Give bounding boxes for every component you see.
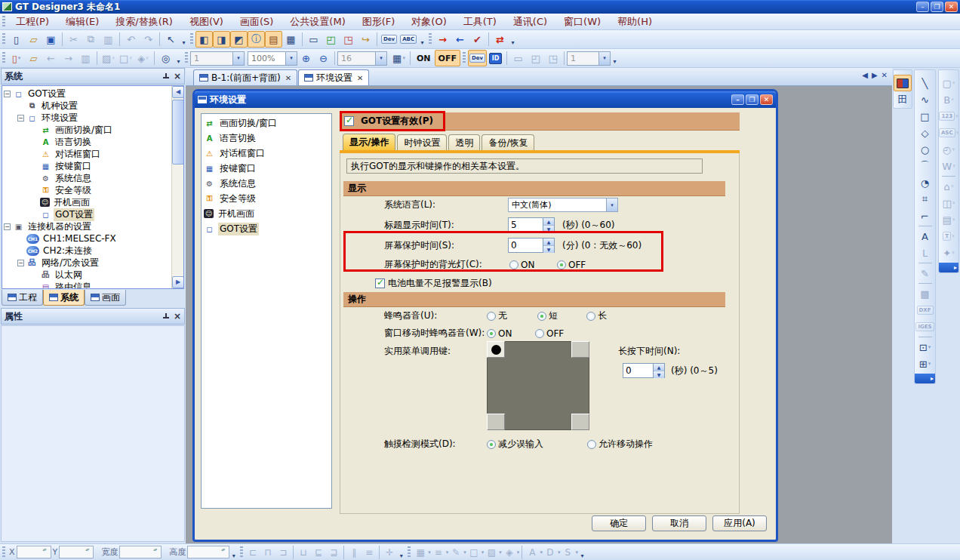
menu-tools[interactable]: 工具(T) [455,15,505,29]
ascii-display-dropdown[interactable]: ASC▾ [940,125,958,141]
menu-help[interactable]: 帮助(H) [609,15,660,29]
toolbar-options-icon[interactable]: ▾ [509,31,517,48]
open-screen-button[interactable]: ▱ [25,50,42,66]
select-pointer-button[interactable]: ↖ [162,31,180,48]
comment-display-dropdown[interactable]: W▾ [940,158,958,174]
report-screen-list-button[interactable]: ◩ [230,31,248,48]
text-input-dropdown[interactable]: T▾ [940,228,958,245]
spin-down-icon[interactable]: ▼ [543,226,554,232]
screen-jump-button[interactable]: ↪ [357,31,374,48]
align-center-button[interactable]: ⊓ [260,547,275,558]
tree-item-key-window[interactable]: ▦按键窗口 [4,160,183,172]
panel-close-icon[interactable]: × [174,311,181,322]
parts-list-button[interactable]: ▤ [265,31,282,48]
ok-button[interactable]: 确定 [592,515,646,531]
zoom-in-button[interactable]: ⊕ [297,50,315,66]
distribute-horizontal-button[interactable]: ∥ [346,547,362,558]
spin-up-icon[interactable]: ▲ [654,364,664,371]
pattern-dropdown[interactable]: ▨ [484,547,499,558]
tab-display-operation[interactable]: 显示/操作 [343,134,395,150]
zoom-combo[interactable]: 100%▾ [248,51,297,66]
toolbar-options-icon[interactable]: ▾ [611,50,619,66]
paste-button[interactable]: ▥ [100,31,117,48]
tab-close-icon[interactable]: ✕ [285,74,291,82]
import-dxf-button[interactable]: DXF [916,302,934,318]
tab-system[interactable]: 系统 [43,290,85,306]
parts-image-list-button[interactable] [894,75,912,91]
toolbar-options-icon[interactable]: ▾ [229,544,238,560]
close-button[interactable]: ✕ [945,2,958,12]
window-move-buzzer-on-radio[interactable] [487,329,496,338]
polygon-tool-button[interactable]: ◇ [916,125,934,141]
toolbar-options-icon[interactable]: ▾ [418,31,426,48]
tab-backup-restore[interactable]: 备份/恢复 [482,134,534,150]
buzzer-none-radio[interactable] [487,312,496,321]
font-size-combo[interactable]: 16▾ [337,51,387,66]
cancel-button[interactable]: 取消 [652,515,706,531]
redo-button[interactable]: ↷ [140,31,157,48]
buzzer-long-radio[interactable] [586,312,595,321]
tab-transparent[interactable]: 透明 [448,134,480,150]
list-item-system-information[interactable]: ⚙系统信息 [202,176,331,191]
grid-style-dropdown[interactable]: ▦ [413,547,428,558]
open-screen-window-button[interactable]: ◰ [322,31,340,48]
screen-capture-button[interactable]: ⊡▾ [916,339,934,355]
got-setup-enable-checkbox[interactable] [344,116,354,126]
align-top-button[interactable]: ⊔ [296,547,311,558]
grid-settings-dropdown[interactable]: ▦▾ [390,50,408,66]
historical-data-dropdown[interactable]: ▤▾ [940,211,958,228]
lamp-object-dropdown[interactable]: B▾ [940,91,958,108]
scroll-tabs-left-icon[interactable]: ◀ [862,71,868,79]
frame-style-dropdown[interactable]: □▾ [117,50,134,66]
list-item-screen-switching[interactable]: ⇄画面切换/窗口 [202,115,331,131]
got-environment-button[interactable]: ⓘ [248,31,265,48]
import-iges-button[interactable]: IGES [916,318,934,335]
toolbar-expand-icon[interactable]: ▸ [939,263,958,272]
menu-edit[interactable]: 编辑(E) [57,15,107,29]
screen-cascade-button[interactable]: ▭ [305,31,322,48]
align-right-button[interactable]: ⊐ [275,547,291,558]
distribute-vertical-button[interactable]: ≡ [362,547,377,558]
screen-preview-button[interactable]: ◎ [157,50,174,66]
frame-style-dropdown[interactable]: □ [466,547,482,558]
polyline-tool-button[interactable]: ∿ [916,91,934,108]
close-screen-window-button[interactable]: ◳ [340,31,357,48]
height-input[interactable] [187,546,229,558]
toolbar-options-icon[interactable]: ▾ [578,544,586,560]
fill-color-dropdown[interactable]: ◈▾ [134,50,152,66]
window-capture-button[interactable]: ⊞▾ [916,355,934,372]
text-tool-button[interactable]: A [916,228,934,245]
utility-call-key-widget[interactable] [487,341,589,430]
cut-button[interactable]: ✂ [65,31,82,48]
screen-number-combo[interactable]: 1▾ [190,51,245,66]
verify-button[interactable]: ✔ [469,31,486,48]
tab-clock-settings[interactable]: 时钟设置 [397,134,447,150]
open-button[interactable]: ▱ [25,31,42,48]
toolbar-options-icon[interactable]: ▾ [180,31,188,48]
layer-combo[interactable]: 1▾ [567,51,611,66]
state-off-button[interactable]: OFF [435,50,460,66]
expander-icon[interactable]: − [17,115,24,122]
text-list-button[interactable]: ABC [398,31,418,48]
tree-item-connected-device[interactable]: −▣连接机器的设置 [4,220,183,232]
spin-up-icon[interactable]: ▲ [543,238,554,246]
scrollbar-thumb[interactable] [172,100,184,165]
paint-tool-button[interactable]: ✎ [916,265,934,282]
menu-search-replace[interactable]: 搜索/替换(R) [107,15,181,29]
toolbar-expand-icon[interactable]: ▸ [915,374,935,383]
apply-button[interactable]: 应用(A) [712,515,767,531]
list-item-startup-screen[interactable]: ☺开机画面 [202,206,331,221]
dialog-close-button[interactable]: ✕ [760,94,773,105]
align-left-button[interactable]: ⊏ [245,547,260,558]
menu-common-settings[interactable]: 公共设置(M) [282,15,353,29]
screensaver-time-spinner[interactable]: 0▲▼ [508,238,555,253]
expander-icon[interactable]: − [17,260,24,266]
spin-down-icon[interactable]: ▼ [543,246,554,253]
piping-tool-button[interactable]: ⌐ [916,208,934,224]
tree-item-dialog-window[interactable]: ⚠对话框窗口 [4,148,183,160]
tree-item-model-settings[interactable]: ⧉机种设置 [4,100,183,112]
screen-property-button[interactable]: ▥ [77,50,94,66]
numerical-display-dropdown[interactable]: 123▾ [940,108,958,125]
fill-color-dropdown[interactable]: ◈ [502,547,517,558]
backlight-off-radio[interactable] [557,260,566,269]
